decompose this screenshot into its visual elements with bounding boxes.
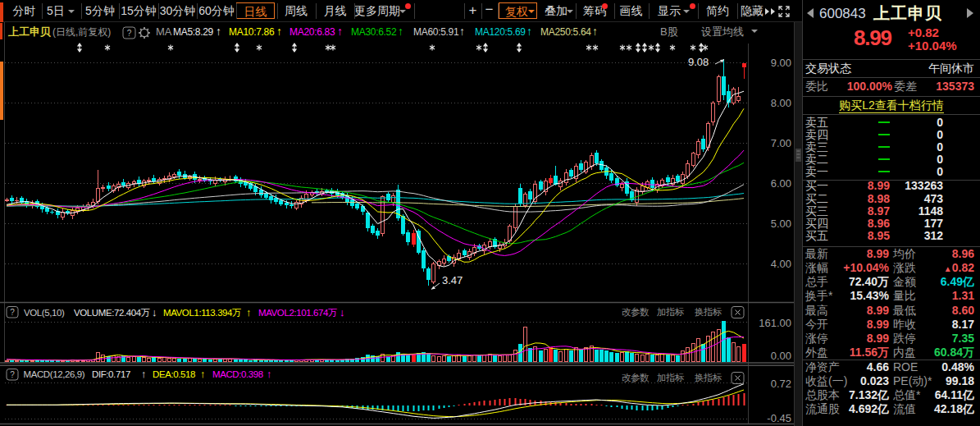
svg-text:?: ? — [127, 29, 132, 38]
svg-text:?: ? — [10, 308, 15, 317]
svg-text:?: ? — [10, 370, 15, 379]
